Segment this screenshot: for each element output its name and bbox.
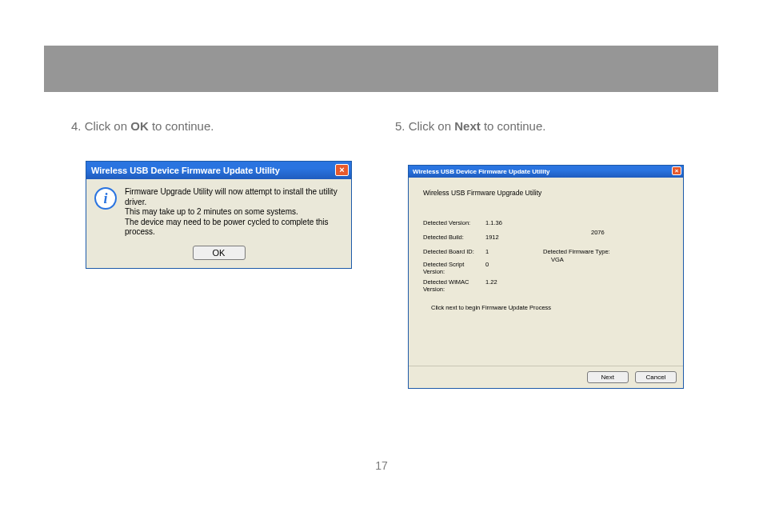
- cancel-button[interactable]: Cancel: [635, 371, 677, 383]
- msg-line: The device may need to be power cycled t…: [125, 218, 343, 238]
- close-icon[interactable]: ×: [335, 164, 349, 176]
- dialog-firmware-update: Wireless USB Device Firmware Update Util…: [408, 165, 684, 389]
- hint-text: Click next to begin Firmware Update Proc…: [423, 304, 672, 311]
- dialog-body: i Firmware Upgrade Utility will now atte…: [86, 179, 351, 242]
- info-icon: i: [94, 187, 117, 210]
- detected-script-version-label: Detected Script Version:: [423, 261, 471, 275]
- content-heading: Wireless USB Firmware Upgrade Utility: [423, 189, 672, 197]
- step-text-pre: Click on: [85, 119, 131, 133]
- detected-version-value: 1.1.36: [485, 219, 502, 226]
- instruction-step-4: 4. Click on OK to continue.: [71, 119, 214, 133]
- detected-version-label: Detected Version:: [423, 219, 470, 226]
- msg-line: This may take up to 2 minutes on some sy…: [125, 207, 343, 218]
- window-title: Wireless USB Device Firmware Update Util…: [413, 168, 550, 175]
- detected-board-id-value: 1: [485, 248, 489, 255]
- ok-button[interactable]: OK: [193, 246, 246, 260]
- step-num: 4.: [71, 119, 82, 133]
- detected-build-label: Detected Build:: [423, 234, 464, 241]
- extra-number: 2076: [591, 229, 605, 236]
- detected-firmware-type-value: VGA: [551, 256, 564, 263]
- header-bar: [44, 46, 718, 92]
- step-text-pre: Click on: [409, 119, 455, 133]
- detected-build-value: 1912: [485, 234, 499, 241]
- step-bold: Next: [454, 119, 481, 133]
- close-icon[interactable]: ×: [672, 166, 681, 175]
- window-title: Wireless USB Device Firmware Update Util…: [91, 166, 280, 175]
- step-text-post: to continue.: [149, 119, 214, 133]
- step-num: 5.: [395, 119, 405, 133]
- detected-firmware-type-label: Detected Firmware Type:: [543, 248, 610, 255]
- step-text-post: to continue.: [481, 119, 546, 133]
- detected-wimac-version-label: Detected WiMAC Version:: [423, 278, 475, 293]
- dialog-content: Wireless USB Firmware Upgrade Utility De…: [409, 178, 683, 366]
- page-number: 17: [0, 459, 763, 472]
- msg-line: Firmware Upgrade Utility will now attemp…: [125, 187, 343, 207]
- detected-board-id-label: Detected Board ID:: [423, 248, 474, 255]
- titlebar[interactable]: Wireless USB Device Firmware Update Util…: [86, 162, 351, 179]
- button-bar: Next Cancel: [409, 366, 683, 388]
- instruction-step-5: 5. Click on Next to continue.: [395, 119, 545, 133]
- detected-wimac-version-value: 1.22: [485, 278, 497, 286]
- step-bold: OK: [130, 119, 149, 133]
- detected-script-version-value: 0: [485, 261, 489, 268]
- details-area: Detected Version: 1.1.36 Detected Build:…: [423, 219, 672, 299]
- titlebar[interactable]: Wireless USB Device Firmware Update Util…: [409, 166, 683, 178]
- button-row: OK: [86, 242, 351, 268]
- dialog-firmware-ok: Wireless USB Device Firmware Update Util…: [86, 161, 352, 269]
- dialog-message: Firmware Upgrade Utility will now attemp…: [125, 187, 343, 238]
- next-button[interactable]: Next: [587, 371, 629, 383]
